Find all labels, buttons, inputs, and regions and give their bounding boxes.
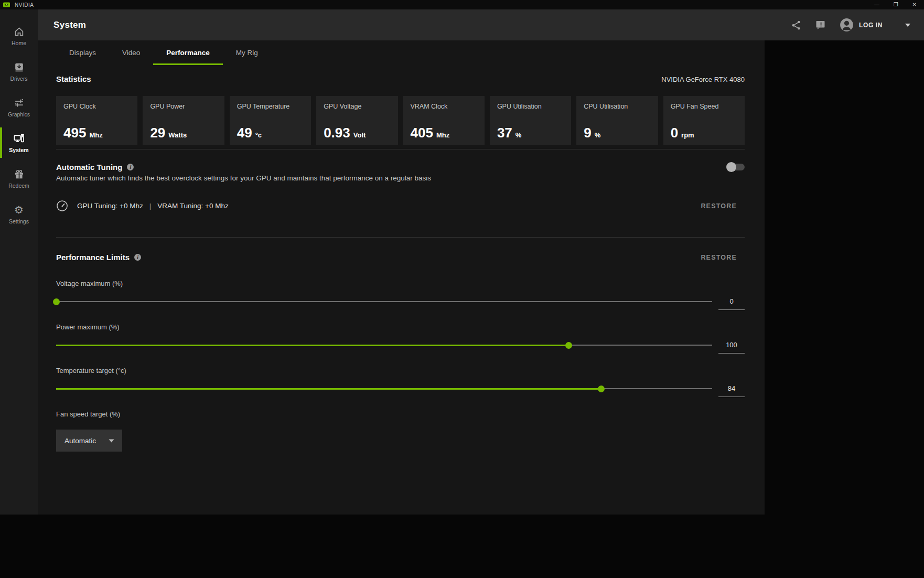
gear-icon: ⚙ (14, 204, 24, 216)
gpu-tuning-status: GPU Tuning: +0 Mhz (77, 202, 143, 210)
stat-unit: rpm (681, 131, 694, 139)
temperature-target-slider: 84 (56, 385, 745, 392)
sidebar-item-settings[interactable]: ⚙ Settings (0, 196, 38, 232)
tab-bar: Displays Video Performance My Rig (56, 40, 745, 65)
tab-video[interactable]: Video (109, 40, 153, 65)
power-maximum-slider: 100 (56, 341, 745, 349)
sidebar-item-label: System (9, 147, 28, 153)
main-area: System (38, 9, 924, 515)
computer-icon (13, 132, 25, 145)
tab-my-rig[interactable]: My Rig (223, 40, 271, 65)
tab-displays[interactable]: Displays (56, 40, 109, 65)
sidebar-item-system[interactable]: System (0, 125, 38, 160)
stat-unit: Mhz (436, 131, 449, 139)
statistics-cards: GPU Clock 495Mhz GPU Power 29Watts GPU T… (56, 96, 745, 145)
slider-track[interactable] (56, 301, 712, 302)
stat-value: 405 (411, 126, 433, 139)
stat-card-gpu-voltage: GPU Voltage 0.93Volt (316, 96, 397, 145)
home-icon (14, 25, 25, 38)
automatic-tuning-heading: Automatic Tuning (56, 163, 122, 172)
power-maximum-value[interactable]: 100 (718, 341, 745, 354)
slider-knob[interactable] (598, 386, 605, 392)
fan-speed-target-label: Fan speed target (%) (56, 410, 745, 418)
sidebar-item-label: Home (12, 40, 26, 46)
sidebar-item-home[interactable]: Home (0, 18, 38, 53)
gpu-name: NVIDIA GeForce RTX 4080 (661, 76, 745, 83)
temperature-target-label: Temperature target (°c) (56, 367, 745, 374)
statistics-heading: Statistics (56, 74, 91, 83)
account-dropdown-caret-icon[interactable] (905, 24, 910, 27)
voltage-maximum-label: Voltage maximum (%) (56, 280, 745, 287)
automatic-tuning-toggle[interactable] (726, 164, 745, 170)
stat-value: 37 (497, 126, 512, 139)
minimize-button[interactable]: — (874, 2, 879, 7)
power-maximum-label: Power maximum (%) (56, 323, 745, 331)
performance-limits-heading: Performance Limits (56, 253, 130, 262)
voltage-maximum-slider: 0 (56, 298, 745, 305)
stat-card-cpu-utilisation: CPU Utilisation 9% (576, 96, 658, 145)
page-header: System (38, 9, 924, 40)
download-box-icon (14, 61, 25, 73)
fan-speed-selected: Automatic (65, 437, 96, 445)
stat-card-vram-clock: VRAM Clock 405Mhz (403, 96, 485, 145)
share-icon[interactable] (791, 20, 801, 30)
avatar-icon (840, 18, 854, 32)
toggle-knob (726, 162, 736, 172)
page-title: System (53, 20, 86, 30)
login-button[interactable]: LOG IN (840, 18, 883, 32)
stat-unit: Volt (353, 131, 366, 139)
stat-unit: Mhz (89, 131, 102, 139)
stat-card-gpu-temperature: GPU Temperature 49°c (230, 96, 311, 145)
app-title: NVIDIA (15, 2, 34, 8)
dropdown-caret-icon (109, 439, 114, 443)
sidebar-item-drivers[interactable]: Drivers (0, 53, 38, 89)
info-icon[interactable]: i (134, 254, 141, 261)
slider-knob[interactable] (53, 298, 60, 305)
sidebar-item-graphics[interactable]: Graphics (0, 89, 38, 125)
slider-knob[interactable] (565, 342, 572, 349)
gift-icon (14, 168, 25, 180)
fan-speed-dropdown[interactable]: Automatic (56, 430, 122, 452)
temperature-target-value[interactable]: 84 (718, 385, 745, 397)
nvidia-app-window: NVIDIA — ❐ ✕ Home (0, 0, 924, 578)
login-label: LOG IN (859, 22, 883, 29)
section-divider (56, 237, 745, 238)
info-icon[interactable]: i (127, 164, 134, 170)
automatic-tuning-description: Automatic tuner which finds the best ove… (56, 174, 745, 182)
vram-tuning-status: VRAM Tuning: +0 Mhz (157, 202, 228, 210)
stat-card-gpu-utilisation: GPU Utilisation 37% (490, 96, 571, 145)
stat-value: 0 (671, 126, 678, 139)
close-button[interactable]: ✕ (912, 2, 917, 7)
stat-value: 495 (63, 126, 86, 139)
stat-value: 9 (584, 126, 591, 139)
stat-unit: % (515, 131, 522, 139)
stat-card-gpu-power: GPU Power 29Watts (143, 96, 224, 145)
sidebar-item-label: Graphics (8, 111, 30, 117)
sidebar-item-label: Drivers (10, 76, 27, 82)
feedback-icon[interactable] (815, 20, 825, 30)
stat-unit: Watts (168, 131, 187, 139)
titlebar: NVIDIA — ❐ ✕ (0, 0, 924, 9)
stat-unit: °c (255, 131, 262, 139)
slider-fill (56, 345, 568, 346)
content-panel: Displays Video Performance My Rig Statis… (38, 40, 765, 515)
stat-value: 0.93 (324, 126, 350, 139)
stat-unit: % (595, 131, 601, 139)
limits-restore-button[interactable]: RESTORE (701, 254, 737, 261)
maximize-button[interactable]: ❐ (894, 2, 898, 7)
sidebar-item-label: Settings (9, 218, 29, 224)
sidebar-item-label: Redeem (8, 183, 29, 189)
voltage-maximum-value[interactable]: 0 (718, 298, 745, 310)
gauge-icon (56, 200, 68, 212)
stat-card-gpu-clock: GPU Clock 495Mhz (56, 96, 137, 145)
tab-performance[interactable]: Performance (153, 40, 223, 65)
stat-value: 49 (237, 126, 252, 139)
slider-fill (56, 388, 601, 390)
sidebar-item-redeem[interactable]: Redeem (0, 160, 38, 196)
stat-card-gpu-fan-speed: GPU Fan Speed 0rpm (663, 96, 745, 145)
tuning-restore-button[interactable]: RESTORE (701, 202, 737, 210)
sidebar: Home Drivers (0, 9, 38, 515)
sliders-icon (14, 97, 25, 109)
section-divider (56, 149, 745, 149)
status-separator: | (149, 202, 152, 210)
